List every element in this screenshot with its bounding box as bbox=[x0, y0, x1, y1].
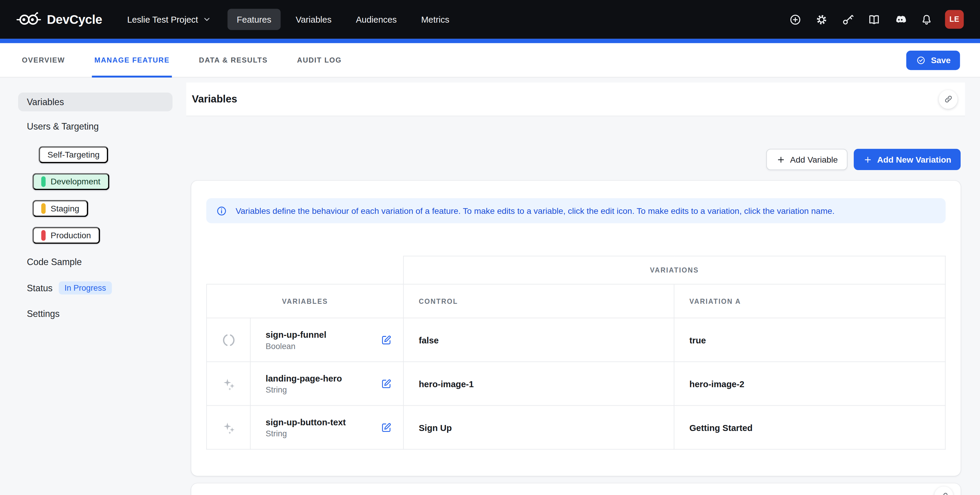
sidebar-item-self-targeting[interactable]: Self-Targeting bbox=[39, 146, 108, 163]
add-variable-button[interactable]: Add Variable bbox=[766, 149, 848, 170]
control-value-cell[interactable]: hero-image-1 bbox=[403, 362, 674, 406]
plus-icon bbox=[863, 155, 873, 164]
main-panel: Variables Add Variable Add New Variation bbox=[186, 78, 965, 495]
tab-audit-log[interactable]: AUDIT LOG bbox=[296, 43, 343, 77]
variable-type-cell bbox=[207, 318, 250, 362]
string-sparkles-icon bbox=[220, 419, 237, 436]
page-title: Variables bbox=[192, 93, 237, 105]
table-header-spacer bbox=[207, 256, 403, 284]
link-icon bbox=[943, 94, 953, 103]
sidebar-item-production[interactable]: Production bbox=[32, 227, 100, 244]
add-new-variation-label: Add New Variation bbox=[877, 155, 951, 164]
primary-nav: Features Variables Audiences Metrics bbox=[228, 9, 459, 30]
edit-variable-button[interactable] bbox=[378, 332, 395, 348]
docs-button[interactable] bbox=[864, 9, 884, 29]
top-navbar: DevCycle Leslie Test Project Features Va… bbox=[0, 0, 980, 39]
nav-item-metrics[interactable]: Metrics bbox=[412, 9, 459, 30]
variation-a-value-cell[interactable]: true bbox=[674, 318, 945, 362]
feature-sidebar: Variables Users & Targeting Self-Targeti… bbox=[0, 78, 186, 495]
next-section-peek bbox=[191, 483, 960, 495]
copy-section-link-button[interactable] bbox=[939, 90, 958, 108]
notifications-button[interactable] bbox=[916, 9, 936, 29]
env-color-bar-red bbox=[41, 230, 46, 241]
create-button[interactable] bbox=[785, 9, 805, 29]
status-badge: In Progress bbox=[59, 282, 111, 294]
api-keys-button[interactable] bbox=[837, 9, 858, 29]
nav-item-features[interactable]: Features bbox=[228, 9, 281, 30]
edit-pencil-icon bbox=[381, 378, 392, 389]
copy-section-link-button[interactable] bbox=[934, 486, 953, 495]
environment-accent-bar bbox=[0, 39, 980, 43]
app-window: DevCycle Leslie Test Project Features Va… bbox=[0, 0, 980, 495]
column-header-variation-a: VARIATION A bbox=[674, 284, 945, 318]
bell-icon bbox=[920, 13, 933, 26]
tab-data-results[interactable]: DATA & RESULTS bbox=[198, 43, 269, 77]
info-alert: Variables define the behaviour of each v… bbox=[206, 198, 946, 223]
variable-type: Boolean bbox=[266, 341, 326, 350]
book-icon bbox=[867, 13, 880, 26]
section-header: Variables bbox=[186, 83, 965, 116]
control-value-cell[interactable]: Sign Up bbox=[403, 406, 674, 449]
variation-a-value-cell[interactable]: hero-image-2 bbox=[674, 362, 945, 406]
tab-manage-feature[interactable]: MANAGE FEATURE bbox=[93, 43, 171, 77]
add-circle-icon bbox=[789, 13, 802, 26]
edit-pencil-icon bbox=[381, 422, 392, 433]
variable-name[interactable]: sign-up-button-text bbox=[266, 417, 345, 427]
check-circle-icon bbox=[916, 55, 927, 66]
control-value-cell[interactable]: false bbox=[403, 318, 674, 362]
sidebar-item-staging[interactable]: Staging bbox=[32, 200, 88, 217]
environment-list: Self-Targeting Development Staging Produ… bbox=[18, 141, 173, 249]
project-selector-label: Leslie Test Project bbox=[127, 14, 198, 24]
add-new-variation-button[interactable]: Add New Variation bbox=[854, 149, 961, 170]
edit-variable-button[interactable] bbox=[378, 376, 395, 392]
env-label: Development bbox=[51, 177, 100, 186]
add-variable-label: Add Variable bbox=[790, 155, 838, 164]
table-actions: Add Variable Add New Variation bbox=[186, 149, 965, 170]
variable-type: String bbox=[266, 385, 342, 394]
edit-variable-button[interactable] bbox=[378, 419, 395, 436]
table-row: landing-page-hero String hero-image-1 he… bbox=[207, 362, 945, 406]
variation-a-value-cell[interactable]: Getting Started bbox=[674, 406, 945, 449]
variable-name-cell: sign-up-funnel Boolean bbox=[250, 318, 403, 362]
variable-name-cell: sign-up-button-text String bbox=[250, 406, 403, 449]
variable-name[interactable]: sign-up-funnel bbox=[266, 329, 326, 339]
sidebar-item-status[interactable]: Status In Progress bbox=[18, 277, 173, 299]
column-header-variables: VARIABLES bbox=[207, 284, 403, 318]
tab-overview[interactable]: OVERVIEW bbox=[21, 43, 66, 77]
env-label: Staging bbox=[51, 204, 79, 213]
sidebar-item-settings[interactable]: Settings bbox=[18, 304, 173, 323]
navbar-actions: LE bbox=[785, 9, 964, 29]
variables-table: VARIATIONS VARIABLES CONTROL VARIATION A bbox=[206, 256, 946, 450]
boolean-type-icon bbox=[220, 332, 237, 348]
chevron-down-icon bbox=[202, 15, 211, 24]
variable-name[interactable]: landing-page-hero bbox=[266, 373, 342, 383]
settings-button[interactable] bbox=[811, 9, 831, 29]
gear-icon bbox=[815, 13, 828, 26]
nav-item-variables[interactable]: Variables bbox=[286, 9, 341, 30]
edit-pencil-icon bbox=[381, 334, 392, 345]
key-icon bbox=[841, 13, 854, 26]
save-button-label: Save bbox=[931, 56, 951, 65]
user-avatar[interactable]: LE bbox=[945, 10, 964, 29]
env-label: Production bbox=[51, 231, 91, 240]
nav-item-audiences[interactable]: Audiences bbox=[347, 9, 406, 30]
sidebar-item-development[interactable]: Development bbox=[32, 173, 109, 190]
variable-name-cell: landing-page-hero String bbox=[250, 362, 403, 406]
env-color-bar-yellow bbox=[41, 203, 46, 214]
column-header-control: CONTROL bbox=[403, 284, 674, 318]
sidebar-item-users-targeting[interactable]: Users & Targeting bbox=[18, 117, 173, 136]
info-icon bbox=[216, 205, 228, 217]
discord-button[interactable] bbox=[890, 9, 910, 29]
save-button[interactable]: Save bbox=[907, 51, 960, 70]
string-sparkles-icon bbox=[220, 376, 237, 392]
env-color-bar-green bbox=[41, 176, 46, 187]
table-row: sign-up-funnel Boolean false true bbox=[207, 318, 945, 362]
project-selector[interactable]: Leslie Test Project bbox=[124, 9, 215, 29]
variations-header: VARIATIONS bbox=[403, 256, 945, 284]
variable-type: String bbox=[266, 428, 345, 438]
brand[interactable]: DevCycle bbox=[16, 12, 102, 27]
sidebar-item-variables[interactable]: Variables bbox=[18, 92, 173, 111]
sidebar-item-code-sample[interactable]: Code Sample bbox=[18, 253, 173, 271]
variable-type-cell bbox=[207, 362, 250, 406]
feature-tabs: OVERVIEW MANAGE FEATURE DATA & RESULTS A… bbox=[21, 43, 343, 77]
